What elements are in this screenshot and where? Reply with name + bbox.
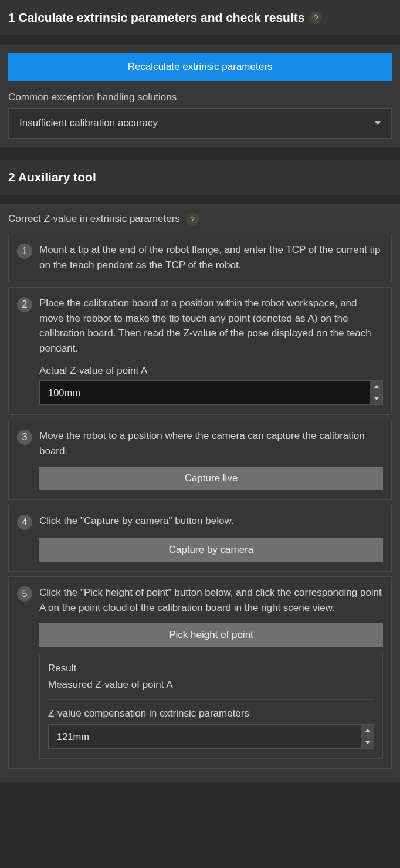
result-label: Result [48, 663, 374, 674]
chevron-down-icon [374, 397, 379, 400]
section2-header: 2 Auxiliary tool [0, 160, 400, 196]
step-number-badge: 2 [17, 297, 32, 312]
dropdown-value: Insufficient calibration accuracy [19, 117, 158, 129]
result-box: Result Measured Z-value of point A Z-val… [39, 654, 383, 759]
step-1-text: Mount a tip at the end of the robot flan… [39, 242, 383, 272]
help-icon[interactable]: ? [186, 212, 199, 225]
capture-live-button[interactable]: Capture live [39, 467, 383, 490]
exception-handling-dropdown[interactable]: Insufficient calibration accuracy [8, 108, 392, 139]
step-3-text: Move the robot to a position where the c… [39, 428, 383, 458]
measured-z-label: Measured Z-value of point A [48, 679, 374, 691]
section1-body: Recalculate extrinsic parameters Common … [0, 45, 400, 147]
help-icon[interactable]: ? [309, 11, 322, 24]
spin-down-button[interactable] [370, 393, 382, 405]
z-compensation-input[interactable] [49, 725, 361, 748]
section2-title: 2 Auxiliary tool [8, 170, 96, 184]
actual-z-label: Actual Z-value of point A [39, 365, 383, 377]
step-3: 3 Move the robot to a position where the… [8, 420, 392, 500]
step-2-text: Place the calibration board at a positio… [39, 296, 383, 356]
section1-header: 1 Calculate extrinsic parameters and che… [0, 0, 400, 36]
spin-up-button[interactable] [370, 381, 382, 393]
spin-down-button[interactable] [361, 737, 374, 749]
chevron-up-icon [374, 385, 379, 388]
step-4-text: Click the "Capture by camera" button bel… [39, 514, 233, 529]
section1-title: 1 Calculate extrinsic parameters and che… [8, 11, 304, 25]
spin-up-button[interactable] [361, 725, 374, 737]
correct-z-label: Correct Z-value in extrinsic parameters [8, 213, 180, 225]
correct-z-subhead: Correct Z-value in extrinsic parameters … [8, 212, 392, 225]
actual-z-spinbox [39, 380, 383, 405]
step-5: 5 Click the "Pick height of point" butto… [8, 576, 392, 769]
z-compensation-spinbox [48, 724, 374, 749]
z-compensation-label: Z-value compensation in extrinsic parame… [48, 708, 374, 720]
divider [48, 699, 374, 700]
step-1: 1 Mount a tip at the end of the robot fl… [8, 234, 392, 282]
capture-by-camera-button[interactable]: Capture by camera [39, 538, 383, 562]
step-4: 4 Click the "Capture by camera" button b… [8, 505, 392, 572]
step-2: 2 Place the calibration board at a posit… [8, 287, 392, 415]
chevron-down-icon [375, 121, 381, 125]
chevron-up-icon [365, 729, 370, 732]
pick-height-button[interactable]: Pick height of point [39, 623, 383, 647]
actual-z-input[interactable] [40, 381, 370, 404]
chevron-down-icon [365, 741, 370, 744]
step-number-badge: 3 [17, 430, 32, 445]
recalculate-button[interactable]: Recalculate extrinsic parameters [8, 53, 392, 81]
step-number-badge: 5 [17, 586, 32, 602]
section2-body: Correct Z-value in extrinsic parameters … [0, 204, 400, 782]
exception-handling-label: Common exception handling solutions [8, 92, 392, 103]
step-number-badge: 4 [17, 515, 32, 530]
step-number-badge: 1 [17, 244, 32, 259]
step-5-text: Click the "Pick height of point" button … [39, 585, 383, 615]
